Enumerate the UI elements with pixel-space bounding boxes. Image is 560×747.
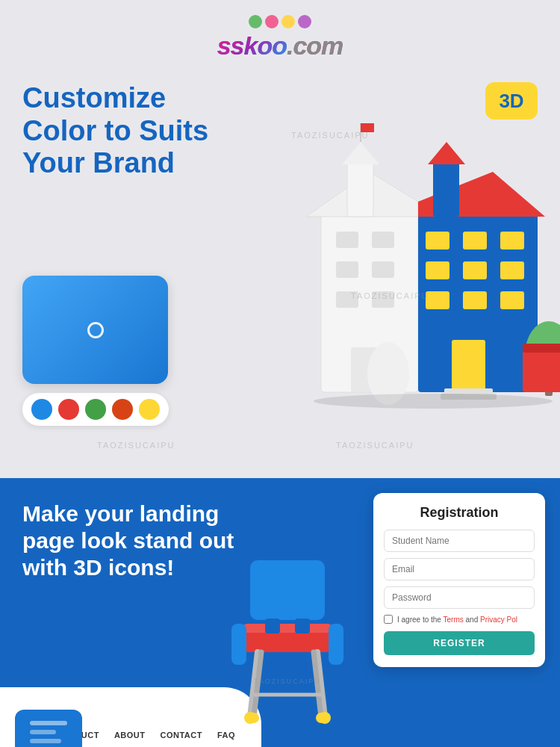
color-swatches [22, 393, 169, 426]
privacy-link[interactable]: Privacy Pol [480, 616, 517, 624]
logo-icon-purple [298, 15, 311, 28]
svg-rect-15 [433, 161, 459, 217]
svg-point-34 [314, 394, 553, 409]
svg-rect-1 [336, 232, 358, 248]
bottom-headline: Make your landing page look stand out wi… [22, 500, 246, 581]
svg-rect-5 [336, 291, 358, 308]
logo-icon-pink [265, 15, 279, 28]
watermark-4: TAOZISUCAIPU [97, 441, 175, 450]
checkbox-row: I agree to the Terms and Privacy Pol [384, 615, 535, 624]
svg-rect-35 [250, 560, 325, 620]
terms-text: I agree to the Terms and Privacy Pol [397, 616, 517, 624]
svg-rect-6 [372, 291, 394, 308]
terms-link[interactable]: Terms [444, 616, 464, 624]
bottom-blue-shape [15, 710, 82, 747]
swatch-red[interactable] [58, 399, 79, 420]
svg-rect-55 [30, 739, 61, 743]
logo-icon-yellow [281, 15, 295, 28]
color-picker-dot[interactable] [87, 322, 104, 338]
svg-rect-33 [523, 344, 560, 353]
svg-rect-18 [463, 232, 487, 249]
svg-marker-10 [342, 142, 379, 164]
nav-contact[interactable]: CONTACT [161, 731, 202, 740]
svg-rect-12 [361, 123, 374, 132]
bottom-section: Make your landing page look stand out wi… [0, 478, 560, 747]
svg-rect-23 [426, 291, 449, 309]
logo-text: sskoo.com [22, 31, 538, 61]
registration-card: Registration I agree to the Terms and Pr… [373, 493, 545, 667]
logo-area: sskoo.com [22, 15, 538, 61]
svg-point-48 [249, 713, 259, 723]
terms-checkbox[interactable] [384, 615, 393, 624]
svg-marker-16 [428, 142, 465, 164]
svg-rect-20 [426, 261, 449, 279]
svg-rect-17 [426, 232, 449, 249]
headline: Customize Color to Suits Your Brand [22, 82, 208, 180]
badge-3d-text: 3D [499, 90, 523, 113]
svg-rect-21 [463, 261, 487, 279]
svg-rect-9 [347, 161, 373, 217]
watermark-5: TAOZISUCAIPU [336, 441, 414, 450]
svg-rect-37 [243, 624, 332, 633]
svg-rect-2 [372, 232, 394, 248]
logo-icon-row [22, 15, 538, 28]
svg-rect-19 [500, 232, 524, 249]
svg-rect-53 [30, 721, 67, 725]
nav-faq[interactable]: FAQ [217, 731, 235, 740]
svg-rect-25 [500, 291, 524, 309]
svg-rect-27 [444, 388, 493, 394]
svg-rect-22 [500, 261, 524, 279]
badge-3d: 3D [485, 82, 538, 120]
svg-rect-32 [523, 347, 560, 392]
swatch-green[interactable] [85, 399, 106, 420]
svg-rect-54 [30, 730, 56, 734]
svg-rect-41 [329, 624, 343, 665]
top-section: sskoo.com Customize Color to Suits Your … [0, 0, 560, 478]
logo-icon-green [249, 15, 262, 28]
headline-text: Customize Color to Suits Your Brand [22, 82, 208, 180]
svg-rect-24 [463, 291, 487, 309]
svg-point-49 [316, 713, 326, 723]
color-preview-box[interactable] [22, 276, 168, 384]
color-card [22, 276, 169, 426]
swatch-yellow[interactable] [139, 399, 160, 420]
svg-rect-3 [336, 261, 358, 278]
svg-rect-4 [372, 261, 394, 278]
swatch-orange[interactable] [112, 399, 133, 420]
bottom-icon-area [15, 710, 82, 747]
password-input[interactable] [384, 586, 535, 609]
nav-about[interactable]: ABOUT [114, 731, 146, 740]
svg-rect-26 [452, 340, 485, 392]
bottom-left-text: Make your landing page look stand out wi… [22, 500, 246, 581]
registration-title: Registration [384, 505, 535, 521]
swatch-blue[interactable] [31, 399, 52, 420]
svg-rect-39 [295, 619, 310, 633]
building-illustration [261, 108, 560, 422]
svg-rect-38 [265, 619, 280, 633]
logo-domain: .com [287, 31, 343, 60]
email-input[interactable] [384, 558, 535, 580]
student-name-input[interactable] [384, 530, 535, 552]
logo-brand: sskoo [217, 31, 287, 60]
register-button[interactable]: REGISTER [384, 631, 535, 655]
svg-rect-40 [231, 624, 246, 665]
svg-text:TAOZISUCAIPU: TAOZISUCAIPU [254, 678, 321, 685]
